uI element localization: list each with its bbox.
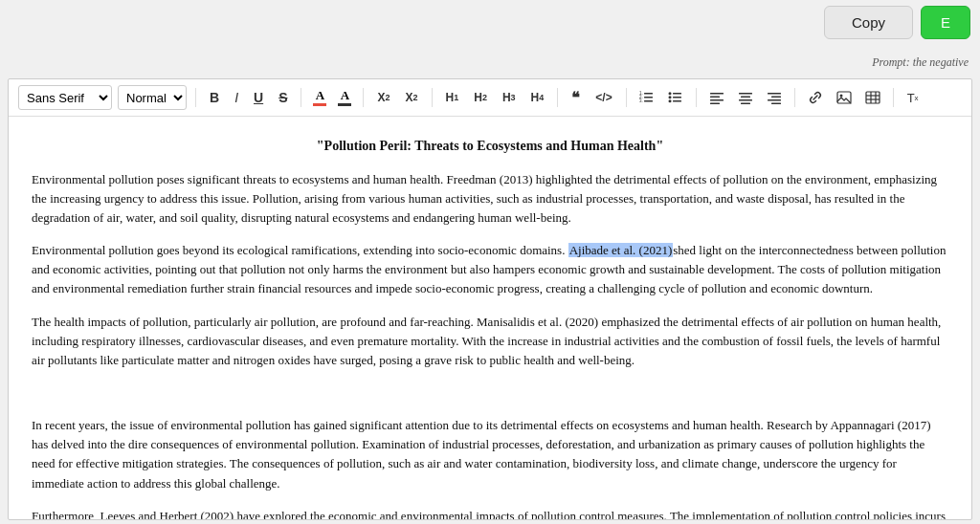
svg-rect-19	[741, 103, 750, 105]
paragraph-1: Environmental pollution poses significan…	[32, 170, 948, 228]
table-button[interactable]	[861, 85, 884, 110]
paragraph-4	[32, 383, 948, 403]
paragraph-3: The health impacts of pollution, particu…	[32, 313, 948, 370]
font-bg-bar	[338, 103, 351, 106]
underline-button[interactable]: U	[249, 85, 268, 110]
svg-point-9	[668, 92, 671, 95]
separator-8	[794, 88, 795, 107]
code-button[interactable]: </>	[590, 85, 616, 110]
h1-button[interactable]: H1	[441, 85, 464, 110]
svg-rect-21	[771, 97, 781, 98]
svg-text:3.: 3.	[639, 98, 643, 103]
font-color-button[interactable]: A	[310, 87, 329, 108]
clear-format-button[interactable]: Tx	[902, 85, 924, 110]
separator-9	[893, 88, 894, 107]
separator-5	[557, 88, 558, 107]
top-bar: Copy E	[814, 0, 980, 45]
svg-point-25	[839, 95, 842, 98]
font-style-select[interactable]: Normal Bold Italic	[118, 85, 187, 110]
link-button[interactable]	[804, 85, 827, 110]
paragraph-6: Furthermore, Leeves and Herbert (2002) h…	[32, 507, 948, 519]
svg-rect-12	[710, 93, 724, 95]
svg-rect-26	[866, 92, 880, 103]
copy-button[interactable]: Copy	[824, 6, 913, 39]
subscript-button[interactable]: X2	[401, 85, 423, 110]
image-button[interactable]	[833, 85, 856, 110]
svg-rect-15	[710, 103, 720, 105]
svg-rect-22	[768, 99, 781, 101]
h4-button[interactable]: H4	[526, 85, 549, 110]
font-color-bar	[313, 103, 326, 106]
font-bg-color-button[interactable]: A	[335, 87, 354, 108]
green-action-button[interactable]: E	[921, 6, 970, 39]
separator-7	[696, 88, 697, 107]
h2-button[interactable]: H2	[469, 85, 492, 110]
paragraph-5: In recent years, the issue of environmen…	[32, 416, 948, 493]
svg-rect-7	[673, 97, 681, 98]
bold-button[interactable]: B	[205, 85, 224, 110]
prompt-text: Prompt: the negative	[872, 55, 969, 70]
font-family-select[interactable]: Sans Serif Serif Monospace	[18, 85, 112, 110]
align-left-button[interactable]	[705, 85, 728, 110]
svg-point-10	[668, 96, 671, 98]
svg-rect-13	[710, 97, 720, 98]
strikethrough-button[interactable]: S	[274, 85, 292, 110]
svg-rect-2	[644, 100, 653, 102]
editor-container: Sans Serif Serif Monospace Normal Bold I…	[8, 78, 972, 520]
separator-4	[432, 88, 433, 107]
blockquote-button[interactable]: ❝	[567, 85, 585, 110]
editor-toolbar: Sans Serif Serif Monospace Normal Bold I…	[9, 79, 971, 117]
svg-rect-8	[673, 100, 681, 102]
svg-rect-6	[673, 93, 681, 95]
document-content[interactable]: "Pollution Peril: Threats to Ecosystems …	[9, 117, 971, 519]
italic-button[interactable]: I	[230, 85, 243, 110]
separator-2	[301, 88, 301, 107]
unordered-list-button[interactable]	[664, 85, 687, 110]
svg-rect-14	[710, 99, 724, 101]
svg-rect-16	[739, 93, 752, 95]
separator-3	[363, 88, 364, 107]
align-center-button[interactable]	[734, 85, 757, 110]
svg-rect-0	[644, 93, 653, 95]
ordered-list-button[interactable]: 1.2.3.	[635, 85, 658, 110]
separator-1	[195, 88, 196, 107]
svg-rect-17	[741, 97, 750, 98]
svg-rect-18	[739, 99, 752, 101]
superscript-button[interactable]: X2	[372, 85, 394, 110]
paragraph-2: Environmental pollution goes beyond its …	[32, 241, 948, 298]
separator-6	[626, 88, 627, 107]
font-color-a: A	[316, 89, 324, 101]
font-bg-a: A	[341, 89, 349, 101]
svg-rect-1	[644, 97, 653, 98]
h3-button[interactable]: H3	[498, 85, 521, 110]
svg-rect-23	[771, 103, 781, 105]
citation-highlight: Ajibade et al. (2021)	[568, 243, 674, 257]
document-title: "Pollution Peril: Threats to Ecosystems …	[32, 136, 948, 157]
svg-rect-20	[768, 93, 781, 95]
align-right-button[interactable]	[763, 85, 786, 110]
svg-point-11	[668, 99, 671, 102]
